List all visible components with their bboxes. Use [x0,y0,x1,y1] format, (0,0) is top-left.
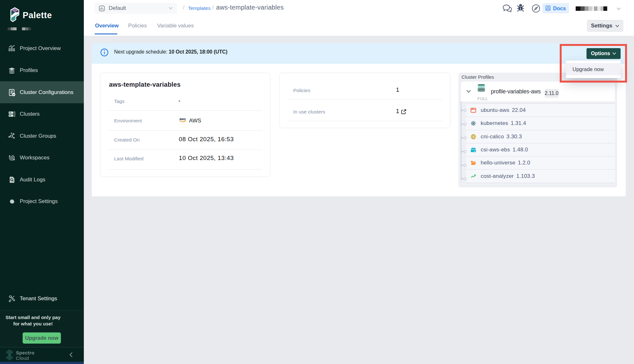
svg-text:aws: aws [179,117,186,121]
